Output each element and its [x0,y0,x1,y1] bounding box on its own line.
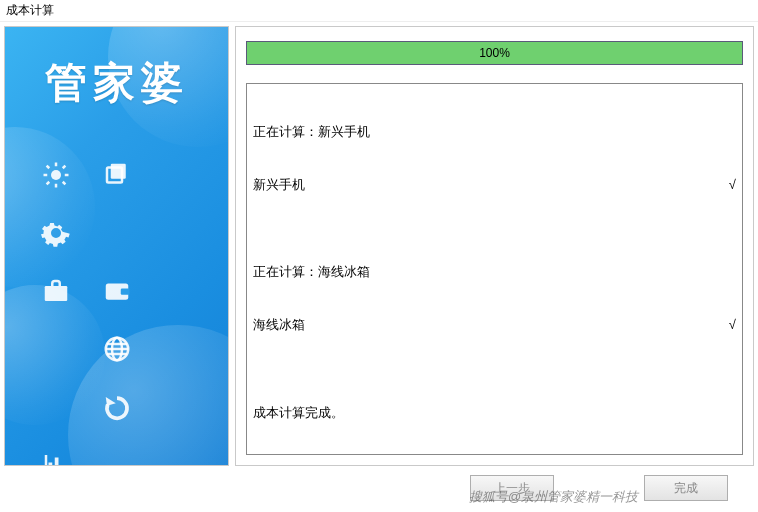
globe-icon [102,334,132,367]
svg-rect-9 [110,163,125,178]
content: 管家婆 [0,22,758,512]
right-pane: 100% 正在计算：新兴手机 新兴手机√ 正在计算：海线冰箱 海线冰箱√ 成本计… [235,26,754,466]
briefcase-icon [41,276,71,309]
icon-grid [25,147,208,466]
sun-icon [41,160,71,193]
svg-rect-19 [48,462,52,466]
log-line: 成本计算完成。 [253,404,736,422]
svg-rect-11 [44,286,67,301]
progress-label: 100% [247,42,742,64]
main-row: 管家婆 [0,22,758,470]
svg-line-8 [62,165,65,168]
svg-line-6 [62,181,65,184]
gear-icon [41,218,71,251]
svg-point-0 [51,170,61,180]
barchart-icon [41,450,71,467]
log-line: 新兴手机√ [253,176,736,194]
stack-icon [102,160,132,193]
sidebar: 管家婆 [4,26,229,466]
svg-rect-13 [120,288,129,294]
log-box: 正在计算：新兴手机 新兴手机√ 正在计算：海线冰箱 海线冰箱√ 成本计算完成。 … [246,83,743,455]
log-line: 海线冰箱√ [253,316,736,334]
undo-icon [102,392,132,425]
svg-line-5 [46,165,49,168]
brand-logo: 管家婆 [5,55,228,111]
done-button[interactable]: 完成 [644,475,728,501]
svg-rect-20 [54,457,58,466]
wallet-icon [102,276,132,309]
progress-bar: 100% [246,41,743,65]
svg-line-7 [46,181,49,184]
log-line: 正在计算：海线冰箱 [253,263,736,281]
window-title: 成本计算 [0,0,758,22]
log-line: 正在计算：新兴手机 [253,123,736,141]
button-row: 上一步 完成 [0,470,758,512]
prev-button[interactable]: 上一步 [470,475,554,501]
window: 成本计算 管家婆 [0,0,758,512]
